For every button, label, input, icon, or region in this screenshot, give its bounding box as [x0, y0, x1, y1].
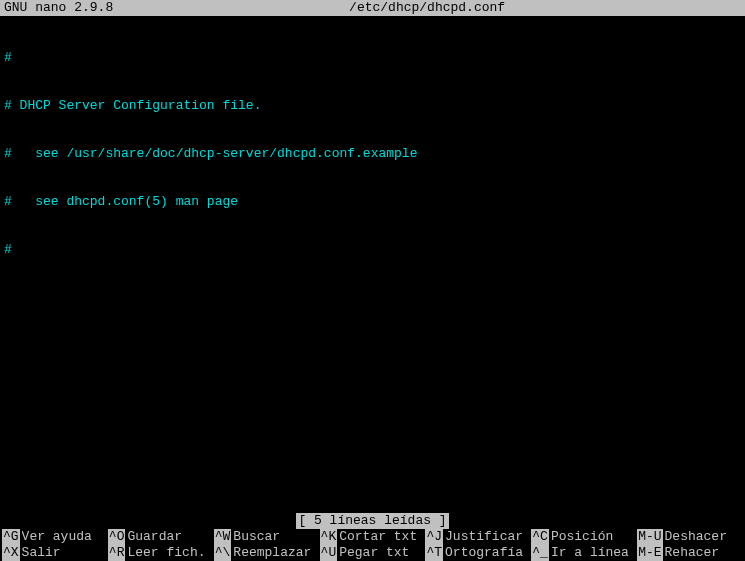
shortcut-replace[interactable]: ^\ Reemplazar: [214, 545, 320, 561]
editor-line: # see dhcpd.conf(5) man page: [4, 194, 741, 210]
shortcut-key: ^U: [320, 545, 338, 561]
shortcut-key: ^R: [108, 545, 126, 561]
shortcuts-panel: ^G Ver ayuda ^O Guardar ^W Buscar ^K Cor…: [0, 529, 745, 561]
editor-line: # DHCP Server Configuration file.: [4, 98, 741, 114]
shortcut-read-file[interactable]: ^R Leer fich.: [108, 545, 214, 561]
shortcut-label: Pegar txt: [339, 545, 409, 561]
shortcut-key: ^\: [214, 545, 232, 561]
shortcut-label: Rehacer: [665, 545, 720, 561]
shortcut-label: Cortar txt: [339, 529, 417, 545]
shortcut-key: M-E: [637, 545, 662, 561]
editor-line: #: [4, 242, 741, 258]
shortcut-key: ^T: [425, 545, 443, 561]
shortcut-help[interactable]: ^G Ver ayuda: [2, 529, 108, 545]
editor-content[interactable]: # # DHCP Server Configuration file. # se…: [0, 16, 745, 276]
status-message: [ 5 líneas leídas ]: [296, 513, 448, 529]
shortcut-label: Deshacer: [665, 529, 727, 545]
shortcut-key: M-U: [637, 529, 662, 545]
shortcut-exit[interactable]: ^X Salir: [2, 545, 108, 561]
file-path: /etc/dhcp/dhcpd.conf: [113, 0, 741, 16]
shortcut-undo[interactable]: M-U Deshacer: [637, 529, 743, 545]
shortcut-spell[interactable]: ^T Ortografía: [425, 545, 531, 561]
shortcut-label: Buscar: [233, 529, 280, 545]
shortcut-justify[interactable]: ^J Justificar: [425, 529, 531, 545]
shortcuts-row-1: ^G Ver ayuda ^O Guardar ^W Buscar ^K Cor…: [2, 529, 743, 545]
shortcut-label: Reemplazar: [233, 545, 311, 561]
shortcut-label: Ver ayuda: [22, 529, 92, 545]
shortcut-cut[interactable]: ^K Cortar txt: [320, 529, 426, 545]
shortcut-label: Posición: [551, 529, 613, 545]
shortcuts-row-2: ^X Salir ^R Leer fich. ^\ Reemplazar ^U …: [2, 545, 743, 561]
shortcut-label: Leer fich.: [127, 545, 205, 561]
status-bar: [ 5 líneas leídas ]: [0, 513, 745, 529]
shortcut-save[interactable]: ^O Guardar: [108, 529, 214, 545]
shortcut-key: ^C: [531, 529, 549, 545]
shortcut-label: Salir: [22, 545, 61, 561]
shortcut-redo[interactable]: M-E Rehacer: [637, 545, 743, 561]
shortcut-key: ^J: [425, 529, 443, 545]
shortcut-label: Ir a línea: [551, 545, 629, 561]
editor-line: #: [4, 50, 741, 66]
shortcut-paste[interactable]: ^U Pegar txt: [320, 545, 426, 561]
shortcut-key: ^W: [214, 529, 232, 545]
shortcut-search[interactable]: ^W Buscar: [214, 529, 320, 545]
shortcut-key: ^O: [108, 529, 126, 545]
shortcut-label: Justificar: [445, 529, 523, 545]
shortcut-key: ^G: [2, 529, 20, 545]
shortcut-label: Ortografía: [445, 545, 523, 561]
shortcut-key: ^K: [320, 529, 338, 545]
shortcut-label: Guardar: [127, 529, 182, 545]
app-name: GNU nano 2.9.8: [4, 0, 113, 16]
shortcut-position[interactable]: ^C Posición: [531, 529, 637, 545]
shortcut-key: ^X: [2, 545, 20, 561]
shortcut-goto-line[interactable]: ^_ Ir a línea: [531, 545, 637, 561]
title-bar: GNU nano 2.9.8 /etc/dhcp/dhcpd.conf: [0, 0, 745, 16]
shortcut-key: ^_: [531, 545, 549, 561]
editor-line: # see /usr/share/doc/dhcp-server/dhcpd.c…: [4, 146, 741, 162]
